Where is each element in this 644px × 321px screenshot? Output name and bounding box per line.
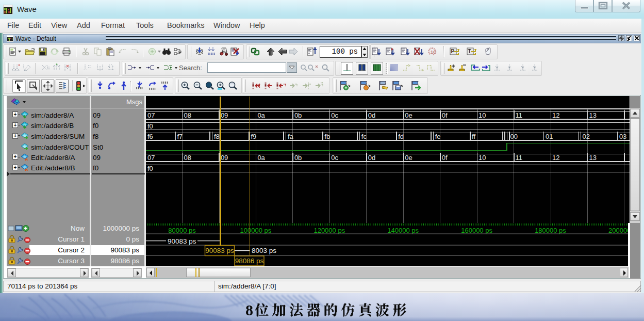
svg-text:0d: 0d — [368, 154, 375, 162]
svg-text:90083 ps: 90083 ps — [205, 247, 234, 254]
svg-text:0c: 0c — [331, 154, 338, 162]
svg-text:fe: fe — [435, 133, 441, 140]
svg-text:03: 03 — [619, 133, 626, 140]
svg-text:0f: 0f — [442, 154, 448, 162]
svg-text:13: 13 — [589, 154, 597, 162]
svg-text:1C: 1C — [431, 50, 437, 55]
svg-text:fa: fa — [288, 133, 294, 140]
svg-text:08: 08 — [184, 111, 191, 119]
svg-text:0c: 0c — [331, 111, 338, 119]
svg-text:f8: f8 — [214, 133, 220, 140]
svg-text:0a: 0a — [257, 154, 265, 162]
svg-text:f0: f0 — [147, 165, 153, 172]
svg-text:8003 ps: 8003 ps — [252, 247, 276, 254]
svg-text:01: 01 — [546, 133, 553, 140]
svg-text:11: 11 — [516, 154, 523, 162]
svg-text:fc: fc — [361, 133, 367, 140]
svg-text:f7: f7 — [177, 133, 183, 140]
svg-text:11: 11 — [516, 111, 523, 119]
svg-text:180000 ps: 180000 ps — [535, 227, 566, 234]
svg-text:f9: f9 — [251, 133, 256, 140]
svg-text:09: 09 — [221, 154, 228, 162]
svg-text:0b: 0b — [294, 154, 302, 162]
svg-text:140000 ps: 140000 ps — [387, 227, 419, 234]
svg-text:98086 ps: 98086 ps — [235, 257, 264, 265]
svg-text:0a: 0a — [257, 111, 265, 119]
svg-text:0e: 0e — [405, 111, 412, 119]
svg-text:02: 02 — [583, 133, 590, 140]
svg-text:0f: 0f — [442, 111, 448, 119]
svg-text:12: 12 — [552, 154, 559, 162]
svg-text:100000 ps: 100000 ps — [240, 227, 272, 234]
svg-text:T: T — [468, 49, 471, 54]
svg-text:200000 ps: 200000 ps — [608, 227, 628, 234]
svg-text:0b: 0b — [294, 111, 302, 119]
svg-text:fd: fd — [398, 133, 404, 140]
svg-text:0e: 0e — [405, 154, 412, 162]
svg-text:0d: 0d — [368, 111, 375, 119]
svg-text:00: 00 — [510, 133, 518, 140]
svg-text:12: 12 — [552, 111, 559, 119]
svg-text:f6: f6 — [147, 133, 153, 140]
svg-text:07: 07 — [147, 154, 155, 162]
svg-text:13: 13 — [589, 111, 597, 119]
svg-text:160000 ps: 160000 ps — [461, 227, 492, 234]
svg-text:120000 ps: 120000 ps — [313, 227, 345, 234]
svg-text:08: 08 — [184, 154, 191, 162]
svg-text:80000 ps: 80000 ps — [168, 227, 196, 234]
svg-text:10: 10 — [478, 111, 486, 119]
svg-text:fb: fb — [324, 133, 330, 140]
svg-text:10: 10 — [478, 154, 486, 162]
svg-text:90083 ps: 90083 ps — [168, 237, 196, 245]
svg-text:09: 09 — [221, 111, 228, 119]
svg-text:f0: f0 — [147, 122, 153, 130]
svg-text:07: 07 — [147, 111, 155, 119]
svg-text:ff: ff — [472, 133, 475, 140]
